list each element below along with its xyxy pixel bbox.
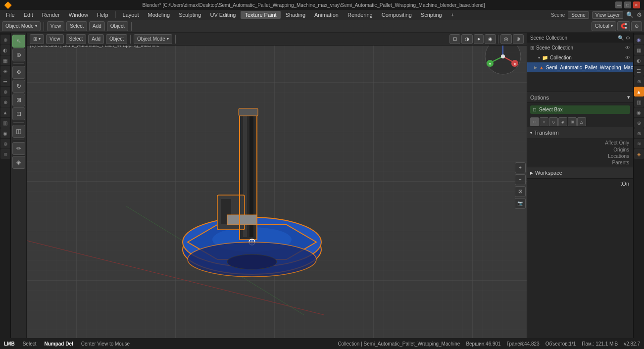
view-button[interactable]: View xyxy=(47,21,65,31)
scene-properties-icon[interactable]: ☰ xyxy=(634,66,644,76)
zoom-out-button[interactable]: − xyxy=(515,174,526,185)
tool-icon-1[interactable]: ⊕ xyxy=(0,35,10,45)
proportional-edit[interactable]: ⊙ xyxy=(631,21,642,31)
close-button[interactable]: ✕ xyxy=(633,1,640,8)
viewport-shading-wire[interactable]: ⊡ xyxy=(449,34,460,44)
tool-icon-7[interactable]: ⊕ xyxy=(0,97,10,107)
cursor-tool-btn[interactable]: ⊕ xyxy=(12,49,25,61)
outliner-filter-icon[interactable]: 🔍 xyxy=(618,35,624,41)
workspace-animation[interactable]: Animation xyxy=(310,11,343,19)
transform-orientation-selector[interactable]: Global ▾ xyxy=(592,21,616,31)
tool-icon-2[interactable]: ◐ xyxy=(0,45,10,55)
viewport-select-menu[interactable]: Select xyxy=(66,34,87,44)
data-properties-icon[interactable]: ≋ xyxy=(634,139,644,149)
select-mode-6[interactable]: △ xyxy=(577,117,586,126)
move-tool-btn[interactable]: ✥ xyxy=(12,66,25,79)
scene-collection-eye-icon[interactable]: 👁 xyxy=(625,45,630,50)
tool-icon-10[interactable]: ◉ xyxy=(0,128,10,138)
viewport-3d[interactable]: ⊞ ▾ View Select Add Object Object Mode ▾… xyxy=(27,33,527,338)
menu-render[interactable]: Render xyxy=(38,11,64,19)
select-mode-circle[interactable]: ○ xyxy=(540,117,548,126)
tool-icon-8[interactable]: ▲ xyxy=(0,107,10,117)
tool-icon-5[interactable]: ☰ xyxy=(0,76,10,86)
viewport-gizmo-toggle[interactable]: ⊕ xyxy=(513,34,524,44)
workspace-texture-paint[interactable]: Texture Paint xyxy=(241,11,280,19)
tool-icon-3[interactable]: ▦ xyxy=(0,55,10,65)
viewport-shading-solid[interactable]: ◑ xyxy=(461,34,473,44)
filter-icon[interactable]: ⚙ xyxy=(637,11,642,18)
viewport-shading-render[interactable]: ◉ xyxy=(485,34,496,44)
scale-tool-btn[interactable]: ⊠ xyxy=(12,94,25,106)
outliner-item-machine[interactable]: ▶ ▲ Semi_Automatic_Pallet_Wrapping_Machi… xyxy=(527,62,633,72)
outliner-item-scene-collection[interactable]: ⊞ Scene Collection 👁 xyxy=(527,43,633,52)
workspace-sculpting[interactable]: Sculpting xyxy=(175,11,205,19)
select-tool-btn[interactable]: ↖ xyxy=(12,35,25,48)
collection-eye-icon[interactable]: 👁 xyxy=(625,55,630,60)
measure-tool-btn[interactable]: ✏ xyxy=(12,142,25,155)
outliner-options-icon[interactable]: ⚙ xyxy=(626,35,630,41)
search-icon[interactable]: 🔍 xyxy=(626,11,634,18)
menu-edit[interactable]: Edit xyxy=(20,11,37,19)
view-layer-selector[interactable]: View Layer xyxy=(592,11,623,19)
snap-toggle[interactable]: 🧲 xyxy=(617,21,630,31)
select-mode-4[interactable]: ◈ xyxy=(558,117,567,126)
menu-window[interactable]: Window xyxy=(65,11,92,19)
workspace-shading[interactable]: Shading xyxy=(282,11,309,19)
collection-folder-icon: 📁 xyxy=(542,55,548,60)
viewport-mode-selector[interactable]: Object Mode ▾ xyxy=(134,34,172,44)
tool-icon-6[interactable]: ⊛ xyxy=(0,87,10,97)
workspace-uv-editing[interactable]: UV Editing xyxy=(206,11,240,19)
select-mode-5[interactable]: ⊞ xyxy=(568,117,577,126)
camera-view-button[interactable]: 📷 xyxy=(515,198,526,209)
object-button[interactable]: Object xyxy=(107,21,128,31)
workspace-scripting[interactable]: Scripting xyxy=(417,11,446,19)
transform-section-header[interactable]: ▾ Transform xyxy=(527,127,633,138)
select-mode-lasso[interactable]: ◇ xyxy=(549,117,558,126)
select-mode-box[interactable]: □ xyxy=(530,117,539,126)
viewport-view-menu[interactable]: View xyxy=(46,34,64,44)
particles-properties-icon[interactable]: ◉ xyxy=(634,107,644,117)
view-layer-properties-icon[interactable]: ◐ xyxy=(634,55,644,65)
workspace-compositing[interactable]: Compositing xyxy=(378,11,416,19)
viewport-overlay-toggle[interactable]: ◎ xyxy=(500,34,512,44)
rotate-tool-btn[interactable]: ↻ xyxy=(12,80,25,93)
object-properties-icon[interactable]: ▲ xyxy=(634,87,644,97)
workspace-add[interactable]: + xyxy=(447,11,458,19)
transform-tool-btn[interactable]: ⊡ xyxy=(12,107,25,120)
workspace-rendering[interactable]: Rendering xyxy=(344,11,377,19)
tool-icon-9[interactable]: ▥ xyxy=(0,118,10,128)
output-properties-icon[interactable]: ▦ xyxy=(634,45,644,55)
modifier-properties-icon[interactable]: ▥ xyxy=(634,97,644,107)
render-properties-icon[interactable]: ◉ xyxy=(634,35,644,45)
menu-file[interactable]: File xyxy=(2,11,19,19)
maximize-button[interactable]: □ xyxy=(624,1,631,8)
tool-icon-12[interactable]: ≋ xyxy=(0,149,10,159)
annotate-tool-btn[interactable]: ◫ xyxy=(12,125,25,138)
options-title: Options xyxy=(530,95,549,100)
scene-selector[interactable]: Scene xyxy=(568,11,589,19)
menu-help[interactable]: Help xyxy=(93,11,112,19)
select-box-row[interactable]: □ Select Box xyxy=(530,105,630,114)
tool-icon-4[interactable]: ◈ xyxy=(0,66,10,76)
outliner-item-collection[interactable]: ▾ 📁 Collection 👁 xyxy=(527,52,633,62)
workspace-layout[interactable]: Layout xyxy=(119,11,143,19)
options-dropdown-icon[interactable]: ▾ xyxy=(627,94,630,100)
minimize-button[interactable]: — xyxy=(615,1,622,8)
viewport-shading-mat[interactable]: ● xyxy=(474,34,484,44)
select-button[interactable]: Select xyxy=(66,21,87,31)
editor-type-selector[interactable]: ⊞ ▾ xyxy=(30,34,44,44)
zoom-extent-button[interactable]: ⊠ xyxy=(515,186,526,197)
world-properties-icon[interactable]: ⊛ xyxy=(634,76,644,86)
constraints-properties-icon[interactable]: ⊛ xyxy=(634,128,644,138)
physics-properties-icon[interactable]: ⊜ xyxy=(634,118,644,128)
material-properties-icon[interactable]: ◈ xyxy=(634,149,644,159)
add-button[interactable]: Add xyxy=(89,21,105,31)
workspace-section-header[interactable]: ▶ Workspace xyxy=(527,167,633,178)
object-mode-selector[interactable]: Object Mode ▾ xyxy=(2,21,41,31)
extra-tool-btn[interactable]: ◈ xyxy=(12,156,25,169)
viewport-object-menu[interactable]: Object xyxy=(106,34,127,44)
viewport-add-menu[interactable]: Add xyxy=(88,34,104,44)
workspace-modeling[interactable]: Modeling xyxy=(144,11,174,19)
tool-icon-11[interactable]: ⊜ xyxy=(0,139,10,149)
zoom-in-button[interactable]: + xyxy=(515,162,526,173)
